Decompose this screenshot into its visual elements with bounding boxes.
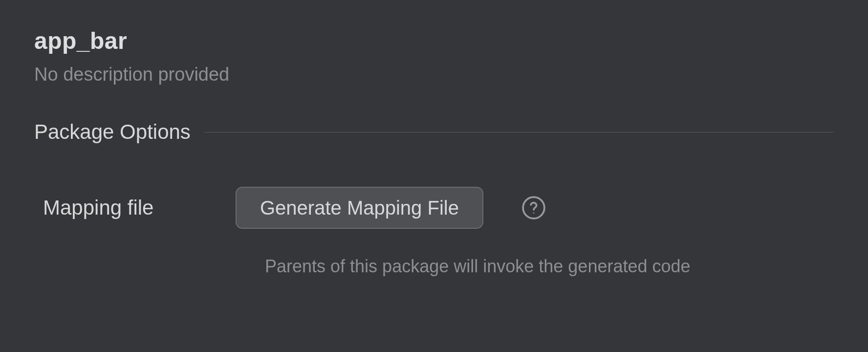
package-detail-panel: app_bar No description provided Package … (0, 0, 868, 296)
section-header-row: Package Options (34, 120, 834, 144)
svg-point-1 (533, 213, 535, 214)
section-title: Package Options (34, 120, 204, 144)
help-icon[interactable] (521, 196, 546, 220)
section-divider (204, 132, 834, 132)
option-row-mapping-file: Mapping file Generate Mapping File (34, 187, 834, 229)
package-description: No description provided (34, 64, 834, 85)
package-title: app_bar (34, 27, 834, 54)
mapping-file-hint: Parents of this package will invoke the … (265, 256, 834, 277)
mapping-file-hint-row: Parents of this package will invoke the … (34, 256, 834, 277)
generate-mapping-file-button[interactable]: Generate Mapping File (236, 187, 483, 229)
mapping-file-label: Mapping file (43, 196, 236, 220)
